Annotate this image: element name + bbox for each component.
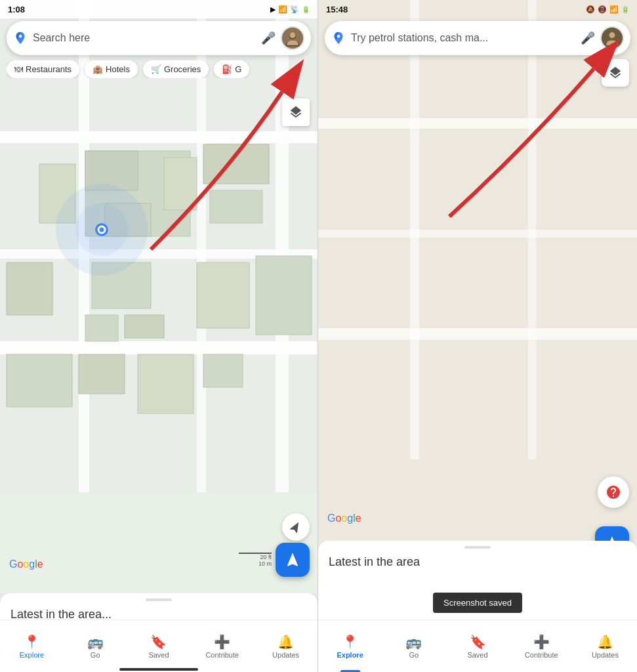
svg-rect-12	[203, 144, 269, 184]
status-icons-left: ▶ 📶 📡 🔋	[270, 5, 310, 14]
map-scale-left: 20 ft 10 m	[239, 553, 272, 567]
go-label-left: Go	[91, 651, 100, 659]
time-right: 15:48	[326, 5, 348, 14]
home-indicator-left	[119, 668, 198, 671]
search-bar-left[interactable]: Search here 🎤	[7, 21, 311, 55]
screenshot-toast: Screenshot saved	[433, 593, 522, 613]
svg-rect-22	[138, 354, 194, 413]
svg-rect-13	[210, 190, 262, 223]
time-left: 1:08	[8, 5, 25, 14]
svg-rect-39	[528, 0, 536, 459]
nav-saved-left[interactable]: 🔖 Saved	[127, 620, 191, 672]
svg-rect-36	[318, 230, 637, 238]
sheet-title-right: Latest in the area	[318, 553, 637, 574]
contribute-icon-right: ➕	[533, 634, 550, 650]
signal-right-icon: 📶	[609, 5, 619, 14]
explore-label-left: Explore	[20, 651, 44, 659]
nav-go-left[interactable]: 🚌 Go	[64, 620, 127, 672]
google-logo-left: Google	[9, 558, 43, 570]
search-placeholder-right: Try petrol stations, cash ma...	[351, 32, 575, 44]
nav-go-right[interactable]: 🚌 Go	[382, 620, 445, 672]
svg-point-28	[98, 226, 105, 233]
svg-rect-1	[0, 131, 318, 143]
svg-rect-18	[197, 262, 249, 328]
maps-logo-left	[13, 31, 28, 45]
gas-icon: ⛽	[222, 64, 232, 74]
google-logo-right: Google	[327, 513, 361, 524]
nav-explore-right[interactable]: 📍 Explore	[318, 620, 382, 672]
map-background-right	[318, 0, 637, 554]
sheet-handle-left	[146, 598, 172, 601]
nav-saved-right[interactable]: 🔖 Saved	[445, 620, 509, 672]
mic-icon-right[interactable]: 🎤	[581, 31, 595, 45]
signal-icon: 📶	[278, 5, 287, 14]
question-icon-right	[606, 484, 621, 500]
chip-restaurants[interactable]: 🍽 Restaurants	[7, 60, 79, 78]
chip-groceries[interactable]: 🛒 Groceries	[143, 60, 209, 78]
svg-point-29	[19, 35, 22, 38]
layers-button-left[interactable]	[282, 98, 310, 126]
nav-contribute-right[interactable]: ➕ Contribute	[510, 620, 573, 672]
question-fab-right[interactable]	[598, 476, 629, 508]
svg-rect-16	[85, 315, 118, 341]
saved-icon-left: 🔖	[150, 634, 167, 650]
go-label-right: Go	[409, 651, 419, 659]
navigate-fab-left[interactable]	[276, 543, 310, 577]
restaurants-icon: 🍽	[14, 64, 23, 74]
saved-icon-right: 🔖	[470, 634, 486, 650]
nav-icon: ▶	[270, 5, 276, 14]
updates-icon-right: 🔔	[597, 634, 613, 650]
updates-label-right: Updates	[592, 651, 619, 659]
signal-off-icon: 📵	[598, 5, 607, 14]
svg-rect-37	[318, 328, 637, 340]
explore-icon-left: 📍	[24, 634, 40, 650]
compass-icon-left	[289, 520, 302, 534]
chip-gas[interactable]: ⛽ G	[214, 60, 249, 78]
svg-rect-15	[7, 262, 52, 315]
battery-right-icon: 🔋	[621, 6, 629, 13]
nav-updates-right[interactable]: 🔔 Updates	[573, 620, 637, 672]
updates-icon-left: 🔔	[277, 634, 294, 650]
explore-icon-right: 📍	[342, 634, 358, 650]
svg-rect-17	[125, 315, 164, 338]
contribute-label-left: Contribute	[205, 651, 239, 659]
bottom-nav-left: 📍 Explore 🚌 Go 🔖 Saved ➕ Contribute 🔔 Up…	[0, 620, 318, 672]
left-phone: 1:08 ▶ 📶 📡 🔋	[0, 0, 318, 672]
explore-label-right: Explore	[337, 651, 363, 659]
nav-contribute-left[interactable]: ➕ Contribute	[190, 620, 254, 672]
contribute-label-right: Contribute	[525, 651, 558, 659]
chip-hotels[interactable]: 🏨 Hotels	[85, 60, 138, 78]
battery-icon: 🔋	[302, 6, 310, 13]
go-icon-left: 🚌	[87, 634, 104, 650]
svg-rect-8	[85, 151, 138, 190]
svg-rect-19	[256, 256, 312, 335]
search-placeholder-left: Search here	[33, 32, 256, 44]
search-bar-right[interactable]: Try petrol stations, cash ma... 🎤	[325, 21, 630, 55]
groceries-icon: 🛒	[151, 64, 161, 74]
svg-rect-3	[0, 341, 318, 354]
status-bar-right: 15:48 🔕 📵 📶 🔋	[318, 0, 637, 18]
layers-button-right[interactable]	[602, 59, 629, 87]
svg-rect-20	[7, 354, 72, 407]
go-icon-right: 🚌	[405, 634, 422, 650]
direction-button-left[interactable]	[282, 513, 310, 541]
contribute-icon-left: ➕	[214, 634, 230, 650]
map-background-left	[0, 0, 318, 593]
status-bar-left: 1:08 ▶ 📶 📡 🔋	[0, 0, 318, 18]
nav-explore-left[interactable]: 📍 Explore	[0, 620, 64, 672]
bottom-nav-right: 📍 Explore 🚌 Go 🔖 Saved ➕ Contribute 🔔 Up…	[318, 620, 637, 672]
avatar-right[interactable]	[600, 26, 624, 50]
avatar-left[interactable]	[281, 26, 304, 50]
svg-point-40	[337, 35, 340, 38]
sheet-handle-right	[464, 546, 491, 549]
svg-point-32	[290, 32, 296, 38]
bell-mute-icon: 🔕	[586, 5, 595, 14]
nav-updates-left[interactable]: 🔔 Updates	[254, 620, 318, 672]
saved-label-right: Saved	[467, 651, 487, 659]
maps-logo-right	[331, 31, 346, 45]
mic-icon-left[interactable]: 🎤	[261, 31, 276, 45]
svg-rect-21	[79, 354, 125, 394]
status-icons-right: 🔕 📵 📶 🔋	[586, 5, 629, 14]
navigate-icon-left	[284, 551, 301, 568]
layers-icon-right	[608, 66, 623, 80]
